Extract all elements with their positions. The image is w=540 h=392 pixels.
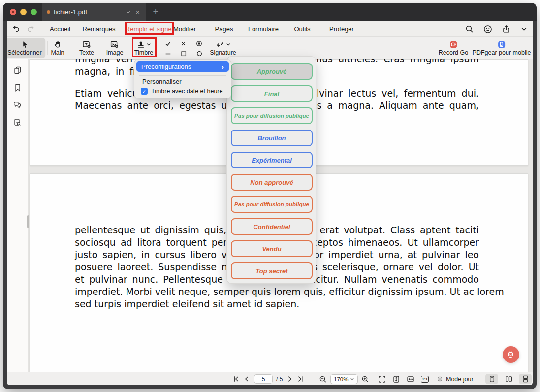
menu-item-outils[interactable]: Outils bbox=[294, 25, 310, 33]
rectangle-tool[interactable] bbox=[180, 50, 187, 57]
unsaved-close-dot-icon bbox=[12, 11, 14, 13]
stamp-confidentiel[interactable]: Confidentiel bbox=[231, 218, 313, 235]
stamp-pas-pour-diffusion-publique-vert[interactable]: Pas pour diffusion publique bbox=[231, 107, 313, 124]
line-tool[interactable] bbox=[164, 50, 171, 57]
sun-icon bbox=[436, 375, 444, 383]
stamp-brouillon[interactable]: Brouillon bbox=[231, 130, 313, 146]
menu-item-pages[interactable]: Pages bbox=[215, 25, 233, 33]
document-search-icon[interactable] bbox=[13, 118, 22, 127]
image-tool-button[interactable]: Image bbox=[103, 38, 127, 58]
share-icon[interactable] bbox=[502, 25, 510, 33]
stamp-pas-pour-diffusion-publique-rouge[interactable]: Pas pour diffusion publique bbox=[231, 196, 313, 213]
undo-button[interactable] bbox=[12, 24, 20, 33]
stamp-top-secret[interactable]: Top secret bbox=[231, 262, 313, 279]
fit-height-icon[interactable] bbox=[392, 375, 400, 383]
hand-tool-label: Main bbox=[51, 49, 64, 56]
next-page-icon[interactable] bbox=[286, 375, 293, 383]
minimize-button[interactable] bbox=[20, 9, 27, 15]
account-icon[interactable] bbox=[483, 25, 492, 33]
tab-chevron-icon[interactable] bbox=[126, 9, 131, 15]
text-tool-button[interactable]: Texte bbox=[76, 38, 97, 58]
menu-item-modifier[interactable]: Modifier bbox=[173, 25, 196, 33]
traffic-lights bbox=[10, 3, 37, 21]
record-go-icon bbox=[449, 40, 457, 49]
menu-bar: Accueil Remarques Remplir et signer Modi… bbox=[7, 21, 533, 37]
stamp-preset-panel: Approuvé Final Pas pour diffusion publiq… bbox=[226, 56, 316, 284]
tab-close-icon[interactable]: × bbox=[134, 8, 141, 16]
title-bar: fichier-1.pdf × + bbox=[3, 3, 537, 21]
document-tab[interactable]: fichier-1.pdf × bbox=[42, 3, 146, 21]
last-page-icon[interactable] bbox=[297, 375, 304, 383]
menu-item-remarques[interactable]: Remarques bbox=[82, 25, 115, 33]
page-number-input[interactable] bbox=[254, 374, 273, 384]
text-fragment: justo sapien, in cursus libero vive bbox=[75, 249, 241, 261]
circle-tool[interactable] bbox=[195, 50, 203, 57]
page-thumbnails-icon[interactable] bbox=[13, 66, 22, 75]
maximize-button[interactable] bbox=[31, 9, 37, 15]
robot-icon bbox=[506, 350, 516, 359]
add-text-icon bbox=[82, 40, 91, 49]
stamp-vendu[interactable]: Vendu bbox=[231, 240, 313, 257]
cross-tool[interactable] bbox=[180, 40, 187, 47]
radio-dot-tool[interactable] bbox=[195, 40, 203, 47]
document-text-line: sed turpis imperdiet eleifend sit amet i… bbox=[75, 298, 479, 310]
cursor-icon bbox=[21, 40, 29, 49]
fit-page-icon[interactable] bbox=[378, 375, 386, 383]
text-fragment: Maecenas ante orci, egestas ut a bbox=[75, 99, 242, 112]
checkmark-tool[interactable] bbox=[164, 40, 171, 47]
continuous-view-button[interactable] bbox=[519, 374, 532, 384]
menu-item-accueil[interactable]: Accueil bbox=[50, 25, 70, 33]
stamp-dropdown-menu: Préconfigurations › Personnaliser ✓ Timb… bbox=[134, 59, 231, 98]
zoom-level-value: 170% bbox=[334, 376, 348, 382]
zoom-out-icon[interactable] bbox=[319, 375, 327, 383]
comments-icon[interactable] bbox=[13, 100, 22, 110]
text-tool-label: Texte bbox=[79, 49, 94, 56]
first-page-icon[interactable] bbox=[232, 375, 240, 383]
mobile-label: PDFgear pour mobile bbox=[473, 49, 531, 56]
stamp-non-approuve[interactable]: Non approuvé bbox=[231, 174, 313, 191]
actual-size-icon[interactable]: 1:1 bbox=[421, 376, 429, 383]
menu-item-timestamp-option[interactable]: ✓ Timbre avec date et heure bbox=[141, 88, 222, 95]
fit-width-icon[interactable] bbox=[407, 375, 414, 383]
mobile-button[interactable]: PDFgear pour mobile bbox=[469, 38, 533, 58]
unsaved-dot-icon bbox=[47, 10, 50, 14]
redo-button[interactable] bbox=[27, 24, 35, 33]
sidebar-resize-handle[interactable] bbox=[27, 215, 29, 228]
menu-item-preconfigurations[interactable]: Préconfigurations › bbox=[136, 61, 229, 72]
tab-title: fichier-1.pdf bbox=[54, 8, 87, 16]
stamp-final[interactable]: Final bbox=[231, 85, 313, 102]
new-tab-button[interactable]: + bbox=[148, 3, 163, 21]
close-button[interactable] bbox=[10, 9, 16, 15]
day-mode-toggle[interactable]: Mode jour bbox=[436, 372, 474, 385]
day-mode-label: Mode jour bbox=[446, 376, 474, 383]
toolbar-separator bbox=[72, 41, 72, 55]
zoom-level-select[interactable]: 170% bbox=[330, 374, 358, 384]
assistant-robot-button[interactable] bbox=[503, 346, 519, 363]
menu-item-personnaliser[interactable]: Personnaliser bbox=[142, 78, 182, 85]
collapse-toolbar-icon[interactable] bbox=[520, 25, 528, 33]
signature-tool-label: Signature bbox=[210, 49, 236, 56]
image-tool-label: Image bbox=[106, 49, 124, 56]
hand-tool-button[interactable]: Main bbox=[47, 38, 67, 58]
previous-page-icon[interactable] bbox=[243, 375, 251, 383]
preconfigurations-label: Préconfigurations bbox=[141, 63, 191, 70]
annotation-box-remplir-et-signer bbox=[125, 22, 174, 35]
stamp-approuve[interactable]: Approuvé bbox=[231, 63, 313, 80]
single-page-view-button[interactable] bbox=[485, 374, 498, 384]
zoom-in-icon[interactable] bbox=[361, 375, 369, 383]
checkbox-checked-icon[interactable]: ✓ bbox=[141, 88, 148, 95]
left-sidebar bbox=[7, 59, 29, 372]
chevron-down-icon bbox=[226, 42, 230, 47]
search-icon[interactable] bbox=[465, 25, 474, 33]
menu-item-proteger[interactable]: Protéger bbox=[329, 25, 354, 33]
bookmarks-icon[interactable] bbox=[13, 83, 22, 92]
stamp-experimental[interactable]: Expérimental bbox=[231, 152, 313, 168]
signature-tool-button[interactable]: Signature bbox=[206, 38, 240, 58]
record-go-button[interactable]: Record Go bbox=[435, 38, 472, 58]
menu-item-formulaire[interactable]: Formulaire bbox=[248, 25, 279, 33]
select-tool-label: Sélectionner bbox=[7, 49, 42, 56]
two-page-view-button[interactable] bbox=[502, 374, 515, 384]
page-total-label: / 5 bbox=[276, 376, 283, 383]
text-fragment: e, pulvinar lectus vel, fermentum dui. bbox=[290, 87, 479, 99]
select-tool-button[interactable]: Sélectionner bbox=[7, 38, 45, 58]
